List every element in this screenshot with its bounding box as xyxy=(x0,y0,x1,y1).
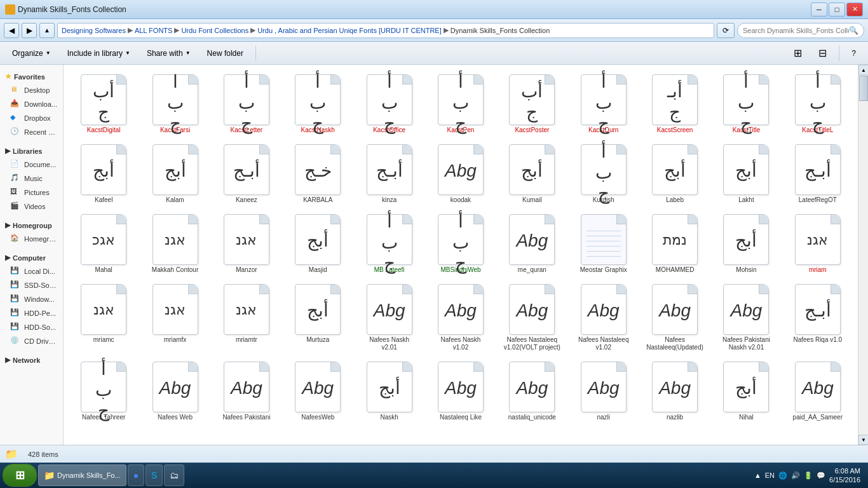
breadcrumb-urducollections[interactable]: Urdu Font Collections xyxy=(181,27,248,34)
sidebar-item-windows[interactable]: 💾 Window... xyxy=(0,292,63,306)
tray-arrow[interactable]: ▲ xyxy=(754,471,761,479)
breadcrumb-allfonts[interactable]: ALL FONTS xyxy=(135,27,173,34)
list-item[interactable]: AbgNafees Nastaleeq v1.02(VOLT project) xyxy=(497,280,567,356)
list-item[interactable]: אגנmriamtr xyxy=(212,280,281,356)
list-item[interactable]: أ ب جKacstNaskh xyxy=(283,70,353,139)
list-item[interactable]: أبجLabeb xyxy=(640,140,710,208)
sidebar-item-music[interactable]: 🎵 Music xyxy=(0,172,63,186)
list-item[interactable]: أبجMurtuza xyxy=(283,280,353,356)
scroll-thumb[interactable] xyxy=(859,76,868,101)
list-item[interactable]: أبـ جKacstScreen xyxy=(640,70,710,139)
list-item[interactable]: AbgNafees Nastaleeq v1.02 xyxy=(569,280,639,356)
forward-button[interactable]: ▶ xyxy=(22,23,37,38)
include-library-button[interactable]: Include in library ▼ xyxy=(60,44,137,62)
volume-icon[interactable]: 🔊 xyxy=(791,471,800,480)
list-item[interactable]: Abgme_quran xyxy=(497,210,567,278)
list-item[interactable]: أبجNihal xyxy=(711,357,781,426)
list-item[interactable]: أبجKalam xyxy=(140,140,210,208)
sidebar-item-dropbox[interactable]: ◆ Dropbox xyxy=(0,111,63,125)
list-item[interactable]: أ ب جKacstQurn xyxy=(569,70,639,139)
preview-button[interactable]: ⊟ xyxy=(811,44,834,62)
list-item[interactable]: Meostar Graphix xyxy=(569,210,639,278)
list-item[interactable]: أبجKafeel xyxy=(69,140,139,208)
list-item[interactable]: أبجNaskh xyxy=(354,357,424,426)
list-item[interactable]: אגכMahal xyxy=(69,210,139,278)
taskbar-skype-item[interactable]: S xyxy=(146,464,163,486)
sidebar-item-documents[interactable]: 📄 Docume... xyxy=(0,158,63,172)
list-item[interactable]: Abgnazli xyxy=(569,357,639,426)
list-item[interactable]: أب جKacstDigital xyxy=(69,70,139,139)
sidebar-item-local-disk[interactable]: 💾 Local Di... xyxy=(0,264,63,278)
list-item[interactable]: AbgNafees Pakistani xyxy=(212,357,281,426)
list-item[interactable]: AbgNafees Naskh v2.01 xyxy=(354,280,424,356)
list-item[interactable]: أ ب جKacstLetter xyxy=(212,70,281,139)
list-item[interactable]: AbgNafees Web xyxy=(140,357,210,426)
list-item[interactable]: أبـجKaneez xyxy=(212,140,281,208)
list-item[interactable]: أ ب جKacstPen xyxy=(426,70,496,139)
list-item[interactable]: خـجKARBALA xyxy=(283,140,353,208)
address-path[interactable]: Designing Softwares ▶ ALL FONTS ▶ Urdu F… xyxy=(57,23,714,38)
favorites-header[interactable]: ★ Favorites xyxy=(0,70,63,83)
start-button[interactable]: ⊞ xyxy=(3,464,37,487)
refresh-button[interactable]: ⟳ xyxy=(717,23,735,38)
list-item[interactable]: Abgnastaliq_unicode xyxy=(497,357,567,426)
list-item[interactable]: AbgNafeesWeb xyxy=(283,357,353,426)
sidebar-item-recent[interactable]: 🕒 Recent Pl... xyxy=(0,125,63,139)
search-box[interactable]: 🔍 xyxy=(737,23,864,38)
taskbar-explorer-item[interactable]: 📁 Dynamik Skills_Fo... xyxy=(38,464,126,486)
search-input[interactable] xyxy=(743,27,849,34)
list-item[interactable]: أ ب جKacstTitleL xyxy=(783,70,853,139)
sidebar-item-downloads[interactable]: 📥 Downloa... xyxy=(0,97,63,111)
list-item[interactable]: אגנmriamc xyxy=(69,280,139,356)
list-item[interactable]: AbgNafees Nastaleeq(Updated) xyxy=(640,280,710,356)
list-item[interactable]: AbgNastaleeq Like xyxy=(426,357,496,426)
list-item[interactable]: Abgnazlib xyxy=(640,357,710,426)
sidebar-item-pictures[interactable]: 🖼 Pictures xyxy=(0,186,63,200)
network-header[interactable]: ▶ Network xyxy=(0,353,63,367)
list-item[interactable]: AbgNafees Pakistani Naskh v2.01 xyxy=(711,280,781,356)
computer-header[interactable]: ▶ Computer xyxy=(0,251,63,264)
list-item[interactable]: Abgkoodak xyxy=(426,140,496,208)
list-item[interactable]: أ ب جNafees Tahreer xyxy=(69,357,139,426)
list-item[interactable]: נמתMOHAMMED xyxy=(640,210,710,278)
new-folder-button[interactable]: New folder xyxy=(200,44,250,62)
back-button[interactable]: ◀ xyxy=(4,23,19,38)
list-item[interactable]: ا ب جKacstFarsi xyxy=(140,70,210,139)
action-center-icon[interactable]: 💬 xyxy=(817,471,825,480)
list-item[interactable]: أبـجkinza xyxy=(354,140,424,208)
list-item[interactable]: Abgpaid_AA_Sameer xyxy=(783,357,853,426)
list-item[interactable]: أ ب جMBSindhiWeb xyxy=(426,210,496,278)
breadcrumb-designing[interactable]: Designing Softwares xyxy=(62,27,126,34)
organize-button[interactable]: Organize ▼ xyxy=(5,44,58,62)
list-item[interactable]: أبجLakht xyxy=(711,140,781,208)
list-item[interactable]: أبجMasjid xyxy=(283,210,353,278)
sidebar-item-homegroup[interactable]: 🏠 Homegroup xyxy=(0,232,63,246)
list-item[interactable]: אגנManzor xyxy=(212,210,281,278)
breadcrumb-urduarabic[interactable]: Urdu , Arabic and Persian Uniqe Fonts [U… xyxy=(257,27,442,34)
sidebar-item-cd[interactable]: 💿 CD Drive... xyxy=(0,334,63,348)
help-button[interactable]: ? xyxy=(844,44,863,62)
list-item[interactable]: אגנmriam xyxy=(783,210,853,278)
sidebar-item-hdd-so[interactable]: 💾 HDD-So... xyxy=(0,320,63,334)
list-item[interactable]: أب جKacstPoster xyxy=(497,70,567,139)
scroll-up-arrow[interactable]: ▲ xyxy=(858,65,868,75)
view-button[interactable]: ⊞ xyxy=(787,44,809,62)
list-item[interactable]: أبجKumail xyxy=(497,140,567,208)
maximize-button[interactable]: □ xyxy=(829,3,845,17)
list-item[interactable]: أ ب جKurdish xyxy=(569,140,639,208)
list-item[interactable]: AbgNafees Naskh v1.02 xyxy=(426,280,496,356)
minimize-button[interactable]: ─ xyxy=(811,3,827,17)
sidebar-item-hdd-pe[interactable]: 💾 HDD-Pe... xyxy=(0,306,63,320)
libraries-header[interactable]: ▶ Libraries xyxy=(0,144,63,158)
list-item[interactable]: אגנmriamfx xyxy=(140,280,210,356)
taskbar-chrome-item[interactable]: ● xyxy=(128,464,144,486)
list-item[interactable]: أ ب جMB Lateefi xyxy=(354,210,424,278)
list-item[interactable]: أ ب جKacstTitle xyxy=(711,70,781,139)
taskbar-folder-item[interactable]: 🗂 xyxy=(164,464,184,486)
homegroup-header[interactable]: ▶ Homegroup xyxy=(0,219,63,232)
list-item[interactable]: أبجMohsin xyxy=(711,210,781,278)
list-item[interactable]: אגנMakkah Contour xyxy=(140,210,210,278)
close-button[interactable]: ✕ xyxy=(846,3,863,17)
sidebar-item-ssd[interactable]: 💾 SSD-Soft... xyxy=(0,278,63,292)
up-button[interactable]: ▲ xyxy=(39,23,55,38)
